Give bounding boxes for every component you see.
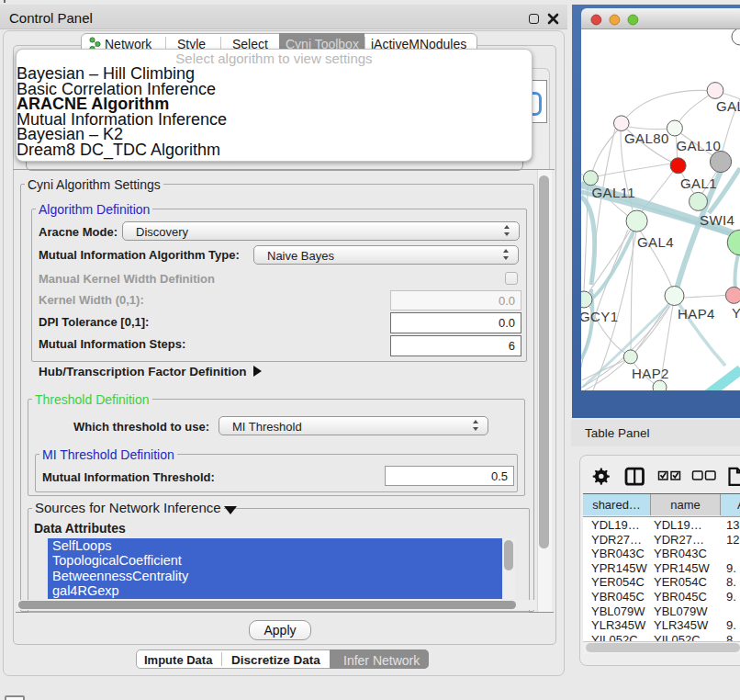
svg-text:Y: Y (732, 305, 740, 321)
svg-text:GAL7: GAL7 (716, 98, 740, 114)
svg-text:GAL80: GAL80 (624, 130, 669, 146)
svg-text:SWI4: SWI4 (700, 212, 734, 228)
svg-text:HAP4: HAP4 (678, 306, 715, 322)
svg-text:GAL1: GAL1 (680, 175, 717, 191)
svg-text:GAL11: GAL11 (592, 185, 636, 200)
svg-text:HAP2: HAP2 (632, 366, 669, 381)
svg-text:GCY1: GCY1 (581, 309, 618, 324)
svg-text:GAL10: GAL10 (677, 138, 722, 153)
svg-text:GAL4: GAL4 (637, 234, 674, 250)
